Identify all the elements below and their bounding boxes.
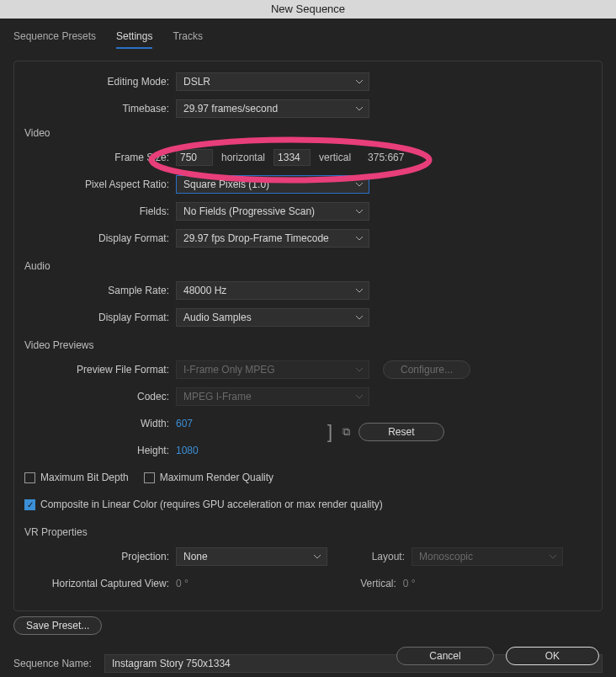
timebase-label: Timebase: (24, 103, 176, 115)
max-render-quality-checkbox[interactable]: Maximum Render Quality (144, 472, 273, 483)
aspect-ratio-text: 375:667 (368, 152, 404, 163)
video-previews-section-title: Video Previews (24, 339, 592, 351)
audio-display-format-value: Audio Samples (183, 312, 252, 323)
chevron-down-icon (355, 79, 364, 84)
pixel-aspect-ratio-label: Pixel Aspect Ratio: (24, 179, 176, 190)
timebase-value: 29.97 frames/second (183, 103, 278, 115)
link-bracket-icon: ] (327, 421, 332, 443)
save-preset-button[interactable]: Save Preset... (13, 616, 102, 635)
composite-linear-label: Composite in Linear Color (requires GPU … (40, 498, 383, 510)
timebase-select[interactable]: 29.97 frames/second (176, 99, 369, 118)
tab-sequence-presets[interactable]: Sequence Presets (13, 30, 96, 49)
reset-button[interactable]: Reset (358, 423, 443, 441)
link-icon[interactable]: ⧉ (343, 425, 350, 439)
max-render-quality-label: Maximum Render Quality (160, 472, 273, 483)
max-bit-depth-label: Maximum Bit Depth (40, 472, 129, 483)
codec-value: MPEG I-Frame (183, 391, 252, 402)
projection-value: None (183, 551, 208, 562)
frame-width-input[interactable]: 750 (176, 149, 213, 166)
vcv-value: 0 ° (403, 578, 416, 589)
chevron-down-icon (355, 367, 364, 372)
window-title: New Sequence (0, 0, 616, 19)
dialog-footer: Cancel OK (396, 647, 599, 665)
vertical-label: vertical (319, 152, 351, 163)
fields-label: Fields: (24, 205, 176, 217)
layout-value: Monoscopic (419, 551, 473, 562)
fields-value: No Fields (Progressive Scan) (183, 205, 315, 217)
sample-rate-value: 48000 Hz (183, 285, 226, 296)
preview-file-format-label: Preview File Format: (24, 364, 176, 376)
hcv-value: 0 ° (176, 578, 189, 589)
horizontal-label: horizontal (221, 152, 265, 163)
chevron-down-icon (355, 288, 364, 293)
audio-section-title: Audio (24, 260, 592, 272)
editing-mode-select[interactable]: DSLR (176, 72, 369, 91)
checkbox-checked-icon: ✓ (24, 499, 35, 510)
tab-bar: Sequence Presets Settings Tracks (13, 30, 603, 49)
video-display-format-label: Display Format: (24, 232, 176, 244)
projection-select[interactable]: None (176, 547, 327, 566)
chevron-down-icon (355, 209, 364, 214)
fields-select[interactable]: No Fields (Progressive Scan) (176, 202, 369, 221)
composite-linear-checkbox[interactable]: ✓ Composite in Linear Color (requires GP… (24, 498, 383, 510)
sample-rate-select[interactable]: 48000 Hz (176, 281, 369, 300)
tab-settings[interactable]: Settings (116, 30, 152, 49)
cancel-button[interactable]: Cancel (396, 647, 493, 665)
dialog-body: Sequence Presets Settings Tracks Editing… (0, 19, 616, 677)
chevron-down-icon (355, 106, 364, 111)
codec-label: Codec: (24, 391, 176, 402)
editing-mode-label: Editing Mode: (24, 76, 176, 88)
preview-height-label: Height: (24, 445, 176, 456)
chevron-down-icon (355, 315, 364, 320)
audio-display-format-select[interactable]: Audio Samples (176, 308, 369, 327)
frame-height-input[interactable]: 1334 (273, 149, 311, 166)
chevron-down-icon (313, 554, 321, 559)
editing-mode-value: DSLR (183, 76, 210, 88)
max-bit-depth-checkbox[interactable]: Maximum Bit Depth (24, 472, 129, 483)
settings-panel: Editing Mode: DSLR Timebase: 29.97 frame… (13, 61, 603, 611)
preview-file-format-value: I-Frame Only MPEG (183, 364, 275, 376)
hcv-label: Horizontal Captured View: (24, 578, 176, 589)
projection-label: Projection: (24, 551, 176, 562)
codec-select: MPEG I-Frame (176, 387, 369, 406)
chevron-down-icon (549, 554, 557, 559)
video-display-format-select[interactable]: 29.97 fps Drop-Frame Timecode (176, 229, 369, 248)
ok-button[interactable]: OK (506, 647, 599, 665)
pixel-aspect-ratio-select[interactable]: Square Pixels (1.0) (176, 175, 369, 194)
chevron-down-icon (355, 182, 364, 187)
preview-file-format-select: I-Frame Only MPEG (176, 360, 369, 379)
frame-size-label: Frame Size: (24, 152, 176, 163)
checkbox-icon (24, 472, 35, 483)
preview-height-value[interactable]: 1080 (176, 445, 199, 456)
audio-display-format-label: Display Format: (24, 312, 176, 323)
pixel-aspect-ratio-value: Square Pixels (1.0) (183, 179, 269, 190)
layout-label: Layout: (361, 551, 412, 562)
configure-button: Configure... (383, 360, 470, 379)
sample-rate-label: Sample Rate: (24, 285, 176, 296)
tab-tracks[interactable]: Tracks (173, 30, 203, 49)
preview-width-label: Width: (24, 418, 176, 429)
sequence-name-label: Sequence Name: (13, 658, 104, 669)
preview-width-value[interactable]: 607 (176, 418, 193, 429)
video-display-format-value: 29.97 fps Drop-Frame Timecode (183, 232, 329, 244)
video-section-title: Video (24, 127, 592, 139)
checkbox-icon (144, 472, 155, 483)
chevron-down-icon (355, 394, 364, 399)
chevron-down-icon (355, 236, 364, 241)
layout-select: Monoscopic (412, 547, 563, 566)
vr-section-title: VR Properties (24, 526, 592, 538)
vcv-label: Vertical: (353, 578, 403, 589)
